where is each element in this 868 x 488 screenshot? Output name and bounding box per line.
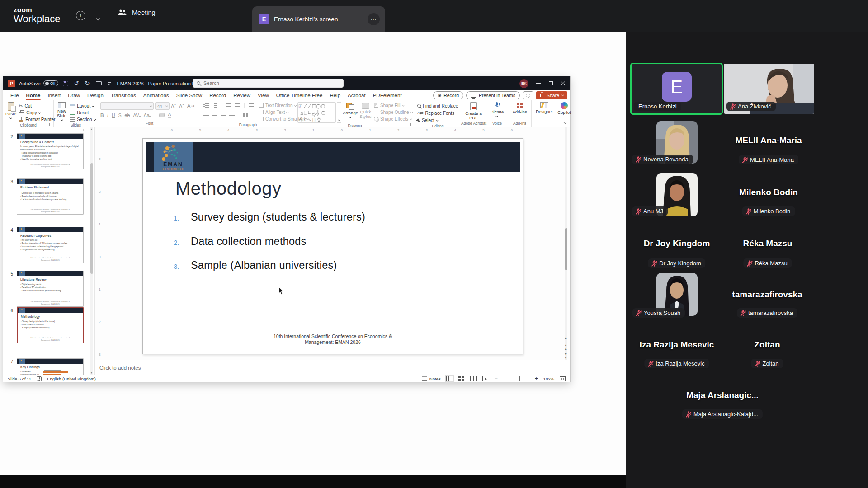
slideshow-view-button[interactable] [482,376,489,381]
reset-button[interactable]: Reset [70,109,95,116]
increase-indent-button[interactable] [235,103,240,108]
collapse-ribbon-icon[interactable] [564,117,566,125]
zoom-out-button[interactable]: − [495,375,498,382]
scroll-up-icon[interactable]: ▲ [563,336,569,340]
zoom-level[interactable]: 102% [543,376,554,381]
tab-slide-show[interactable]: Slide Show [173,90,206,100]
participant-name-melii[interactable]: MELII Ana-Maria [735,136,802,145]
search-input[interactable] [203,80,321,86]
columns-button[interactable] [243,113,248,117]
find-replace-button[interactable]: Find and Replace [417,103,458,109]
char-spacing-button[interactable]: AV [133,113,140,118]
quick-styles-button[interactable]: Quick Styles [359,103,372,119]
tab-office-timeline[interactable]: Office Timeline Free [273,90,326,100]
participant-label-maja[interactable]: Maja Arslanagic-Kalajd... [682,409,763,419]
participant-label-dr-joy[interactable]: Dr Joy Kingdom [648,258,705,268]
participant-name-milenko[interactable]: Milenko Bodin [739,188,798,197]
grow-font-button[interactable]: Aˆ [171,103,176,109]
participant-label-milenko[interactable]: Milenko Bodin [742,206,795,216]
tab-meeting[interactable]: Meeting [118,9,156,16]
account-avatar[interactable]: EK [519,79,528,88]
participant-name-maja[interactable]: Maja Arslanagic... [686,390,759,400]
scroll-down-icon[interactable]: ▼ [90,371,93,374]
close-icon[interactable] [561,81,566,86]
font-name-select[interactable] [100,102,154,110]
participant-name-zoltan[interactable]: Zoltan [755,340,780,350]
record-button[interactable]: ◉Record [433,91,463,99]
slide-thumbnail-2[interactable]: 2 Background & Context In recent years, … [3,133,95,170]
decrease-indent-button[interactable] [226,103,231,108]
clipboard-dialog-launcher[interactable] [49,123,52,126]
slide-thumbnail-3[interactable]: 3 Problem Statement Limited use of inter… [3,178,95,216]
start-presentation-icon[interactable] [96,81,102,85]
share-button[interactable]: Share [536,91,567,99]
participant-tile-ernaso-kerbizi[interactable]: E Ernaso Kerbizi [631,64,722,114]
slide-thumbnail-6-selected[interactable]: 6 Methodology Survey design (students & … [3,307,95,346]
numbering-button[interactable] [212,103,217,108]
thumbnail-scrollbar[interactable]: ▲ ▼ [90,127,93,375]
participant-label-melii[interactable]: MELII Ana-Maria [739,155,798,164]
underline-button[interactable]: U [112,113,115,118]
editor-scrollbar[interactable]: ▲ ▲▲ ▼▼ [564,127,568,360]
slide-thumbnail-7[interactable]: 7 Key Findings Increased engagement with… [3,358,95,375]
align-right-button[interactable] [221,113,226,117]
autosave-toggle[interactable]: Off [43,80,58,86]
slide-canvas[interactable]: EMAN CONFERENCE Methodology 1.Survey des… [142,138,523,354]
bullets-button[interactable] [203,103,209,108]
topbar-chevron-down-icon[interactable] [97,14,99,22]
font-size-select[interactable]: 44 [155,102,170,110]
align-left-button[interactable] [203,113,209,117]
shadow-button[interactable]: S [118,113,122,118]
participant-label-nevena[interactable]: Nevena Bevanda [632,155,693,164]
tab-record[interactable]: Record [206,90,230,100]
slide-footer[interactable]: 10th International Scientific Conference… [143,333,523,345]
participant-label-iza[interactable]: Iza Razija Mesevic [644,359,709,368]
create-pdf-button[interactable]: Create a PDF [463,102,484,120]
shapes-gallery[interactable]: A {} [297,102,336,123]
line-spacing-button[interactable] [249,103,254,108]
clear-formatting-button[interactable]: A⇝ [187,103,195,109]
meeting-info-icon[interactable]: i [76,11,85,20]
dictate-button[interactable]: Dictate [491,102,504,117]
addins-button[interactable]: Add-ins [512,102,527,114]
more-options-icon[interactable]: ⋯ [368,13,380,25]
fit-to-window-button[interactable] [560,376,566,381]
slide-list-item[interactable]: 3.Sample (Albanian universities) [174,259,337,272]
zoom-in-button[interactable]: + [535,375,538,382]
present-in-teams-button[interactable]: Present in Teams [466,91,520,99]
tab-home[interactable]: Home [23,90,44,100]
tab-review[interactable]: Review [230,90,254,100]
normal-view-button[interactable] [446,376,453,381]
participant-label-anu[interactable]: Anu MJ [632,206,668,216]
participant-name-reka[interactable]: Réka Mazsu [743,239,793,249]
undo-icon[interactable]: ↺ [74,80,79,87]
tab-draw[interactable]: Draw [64,90,84,100]
tab-acrobat[interactable]: Acrobat [344,90,369,100]
bold-button[interactable]: B [100,113,104,118]
select-button[interactable]: Select [417,117,458,123]
save-icon[interactable] [63,81,68,86]
scrollbar-thumb[interactable] [565,228,567,270]
tab-pdfelement[interactable]: PDFelement [369,90,406,100]
participant-label-zoltan[interactable]: Zoltan [751,359,783,368]
arrange-button[interactable]: Arrange [343,103,358,118]
previous-slide-button[interactable]: ▲▲ [563,343,569,351]
layout-button[interactable]: Layout [70,103,95,109]
designer-button[interactable]: Designer [536,102,553,114]
paste-button[interactable]: Paste [5,102,16,119]
shape-fill-button[interactable]: Shape Fill [374,102,412,108]
notes-pane[interactable]: Click to add notes [95,360,570,375]
slide-list-item[interactable]: 1.Survey design (students & lecturers) [174,211,365,223]
shape-effects-button[interactable]: Shape Effects [374,116,412,122]
change-case-button[interactable]: Aa [144,113,151,118]
participant-label-reka[interactable]: Réka Mazsu [743,258,792,268]
search-box[interactable] [193,79,344,88]
shape-outline-button[interactable]: Shape Outline [374,109,412,115]
participant-tile-ana-zivkovic[interactable]: Ana Živković [724,64,814,114]
justify-button[interactable] [229,113,235,117]
shrink-font-button[interactable]: Aˇ [179,103,184,109]
font-color-button[interactable]: A [168,113,171,118]
new-slide-button[interactable]: New Slide [56,102,67,121]
slide-sorter-view-button[interactable] [458,376,465,381]
tab-view[interactable]: View [254,90,273,100]
